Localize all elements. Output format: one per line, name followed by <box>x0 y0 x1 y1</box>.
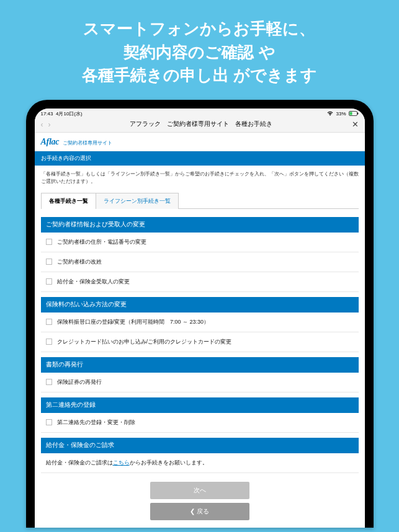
checkbox[interactable] <box>46 379 52 385</box>
checkbox[interactable] <box>46 259 52 265</box>
tablet-frame: 17:43 4月10日(水) 33% ‹ › アフラック ご契約者様専用サイト … <box>26 100 374 528</box>
page-content: Aflac ご契約者様専用サイト お手続き内容の選択 「各種手続き一覧」もしくは… <box>35 133 365 528</box>
nav-title: アフラック ご契約者様専用サイト 各種お手続き <box>51 120 352 128</box>
brand-logo: Aflac <box>41 137 60 147</box>
next-button[interactable]: 次へ <box>150 482 249 499</box>
promo-line-2: 契約内容のご確認 や <box>82 41 317 64</box>
sections: ご契約者様情報および受取人の変更 ご契約者様の住所・電話番号の変更 ご契約者様の… <box>35 208 365 520</box>
item-label: 保険証券の再発行 <box>57 378 102 386</box>
brand-bar: Aflac ご契約者様専用サイト <box>35 133 365 151</box>
checkbox[interactable] <box>46 339 52 345</box>
nav-bar: ‹ › アフラック ご契約者様専用サイト 各種お手続き ✕ <box>35 118 365 133</box>
status-bar: 17:43 4月10日(水) 33% <box>35 109 365 118</box>
battery-icon <box>349 111 359 117</box>
item-label: クレジットカード払いのお申し込み/ご利用のクレジットカードの変更 <box>57 338 232 346</box>
status-time: 17:43 <box>41 111 53 117</box>
item-label: 保険料振替口座の登録/変更（利用可能時間 7:00 ～ 23:30） <box>57 318 210 326</box>
tablet-screen: 17:43 4月10日(水) 33% ‹ › アフラック ご契約者様専用サイト … <box>35 109 365 528</box>
claims-note-post: からお手続きをお願いします。 <box>130 459 208 466</box>
page-header: お手続き内容の選択 <box>35 151 365 166</box>
checkbox[interactable] <box>46 319 52 325</box>
claims-link[interactable]: こちら <box>113 459 130 466</box>
promo-line-1: スマートフォンからお手軽に、 <box>82 17 317 41</box>
list-item[interactable]: 保険料振替口座の登録/変更（利用可能時間 7:00 ～ 23:30） <box>41 313 359 332</box>
wifi-icon <box>327 111 333 117</box>
checkbox[interactable] <box>46 239 52 245</box>
brand-subtitle: ご契約者様専用サイト <box>63 140 112 146</box>
list-item[interactable]: 保険証券の再発行 <box>41 373 359 392</box>
instruction-text: 「各種手続き一覧」もしくは「ライフシーン別手続き一覧」からご希望のお手続きにチェ… <box>35 166 365 192</box>
status-battery: 33% <box>336 111 346 117</box>
list-item[interactable]: ご契約者様の住所・電話番号の変更 <box>41 233 359 252</box>
nav-back-icon[interactable]: ‹ <box>41 120 43 129</box>
status-date: 4月10日(水) <box>56 111 83 117</box>
checkbox[interactable] <box>46 278 52 285</box>
list-item[interactable]: ご契約者様の改姓 <box>41 252 359 272</box>
close-icon[interactable]: ✕ <box>352 120 359 129</box>
svg-rect-2 <box>357 112 358 114</box>
status-right: 33% <box>327 111 358 117</box>
claims-note: 給付金・保険金のご請求はこちらからお手続きをお願いします。 <box>41 453 359 473</box>
tab-bar: 各種手続き一覧 ライフシーン別手続き一覧 <box>35 192 365 208</box>
list-item[interactable]: 第二連絡先の登録・変更・削除 <box>41 413 359 433</box>
item-label: ご契約者様の改姓 <box>57 258 102 266</box>
section-header-second-contact: 第二連絡先の登録 <box>41 397 359 413</box>
back-button[interactable]: ❮ 戻る <box>150 503 249 520</box>
claims-note-pre: 給付金・保険金のご請求は <box>46 459 113 466</box>
tab-all-procedures[interactable]: 各種手続き一覧 <box>41 193 96 209</box>
item-label: 第二連絡先の登録・変更・削除 <box>57 419 135 427</box>
section-header-claims: 給付金・保険金のご請求 <box>41 438 359 453</box>
list-item[interactable]: クレジットカード払いのお申し込み/ご利用のクレジットカードの変更 <box>41 332 359 352</box>
tab-life-scene[interactable]: ライフシーン別手続き一覧 <box>96 193 179 209</box>
svg-rect-1 <box>349 112 352 115</box>
status-left: 17:43 4月10日(水) <box>41 110 83 117</box>
list-item[interactable]: 給付金・保険金受取人の変更 <box>41 272 359 292</box>
checkbox[interactable] <box>46 419 52 425</box>
section-header-reissue: 書類の再発行 <box>41 357 359 373</box>
promo-line-3: 各種手続きの申し出 ができます <box>82 64 317 87</box>
section-header-payment-method: 保険料の払い込み方法の変更 <box>41 297 359 313</box>
item-label: 給付金・保険金受取人の変更 <box>57 278 130 286</box>
button-row: 次へ ❮ 戻る <box>41 473 359 520</box>
item-label: ご契約者様の住所・電話番号の変更 <box>57 238 146 246</box>
promo-text: スマートフォンからお手軽に、 契約内容のご確認 や 各種手続きの申し出 ができま… <box>69 0 330 100</box>
section-header-contractor-info: ご契約者様情報および受取人の変更 <box>41 217 359 233</box>
